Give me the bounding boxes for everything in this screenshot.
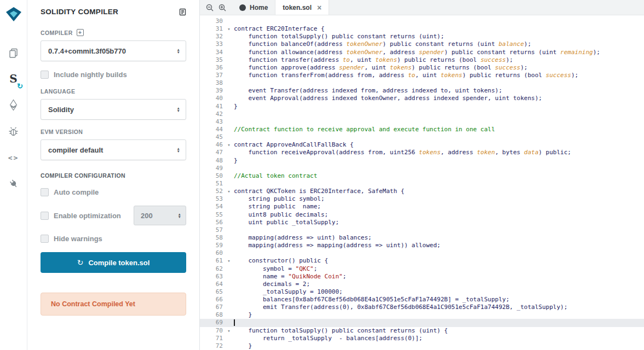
fold-gutter	[224, 118, 234, 126]
code-line-35[interactable]: 35 function transfer(address to, uint to…	[200, 56, 644, 64]
fold-arrow-icon[interactable]: ▾	[224, 327, 234, 335]
zoom-out-button[interactable]	[206, 4, 214, 11]
fold-arrow-icon[interactable]: ▾	[224, 141, 234, 149]
compiler-label: COMPILER +	[41, 29, 186, 36]
solidity-s-glyph: S	[9, 72, 17, 85]
code-line-62[interactable]: 62 symbol = "QKC";	[200, 265, 644, 273]
code-line-44[interactable]: 44//Contract function to receive approva…	[200, 126, 644, 133]
optimization-row: Enable optimization 200 ▲ ▼	[41, 206, 186, 225]
language-select[interactable]: Solidity ▲ ▼	[41, 99, 186, 120]
line-number: 72	[200, 342, 224, 350]
code-line-42[interactable]: 42	[200, 110, 644, 118]
optimization-runs-input[interactable]: 200 ▲ ▼	[134, 206, 186, 225]
code-line-33[interactable]: 33 function balanceOf(address tokenOwner…	[200, 40, 644, 48]
code-line-31[interactable]: 31▾contract ERC20Interface {	[200, 25, 644, 33]
hide-warnings-checkbox[interactable]	[41, 235, 49, 243]
code-line-47[interactable]: 47 function receiveApproval(address from…	[200, 149, 644, 156]
zoom-in-button[interactable]	[219, 4, 226, 11]
code-line-40[interactable]: 40 event Approval(address indexed tokenO…	[200, 95, 644, 102]
fold-arrow-icon[interactable]: ▾	[224, 25, 234, 33]
line-number: 38	[200, 79, 224, 87]
fold-gutter	[224, 304, 234, 311]
code-line-39[interactable]: 39 event Transfer(address indexed from, …	[200, 87, 644, 95]
remix-app: S ↻ <>	[0, 0, 644, 350]
compiler-version-select[interactable]: 0.7.4+commit.3f05b770 ▲ ▼	[41, 40, 186, 61]
code-line-61[interactable]: 61▾ constructor() public {	[200, 257, 644, 265]
code-line-55[interactable]: 55 uint8 public decimals;	[200, 211, 644, 219]
code-text	[234, 18, 644, 25]
code-line-52[interactable]: 52▾contract QKCToken is ERC20Interface, …	[200, 188, 644, 195]
code-line-58[interactable]: 58 mapping(address => uint) balances;	[200, 234, 644, 242]
code-line-53[interactable]: 53 string public symbol;	[200, 195, 644, 203]
code-line-34[interactable]: 34 function allowance(address tokenOwner…	[200, 49, 644, 56]
code-line-71[interactable]: 71 return _totalSupply - balances[addres…	[200, 335, 644, 342]
code-line-32[interactable]: 32 function totalSupply() public constan…	[200, 33, 644, 40]
enable-optimization-checkbox[interactable]	[41, 212, 49, 220]
auto-compile-checkbox[interactable]	[41, 188, 49, 196]
tab-token-sol[interactable]: token.sol ×	[275, 0, 329, 15]
fold-gutter	[224, 249, 234, 257]
code-line-41[interactable]: 41}	[200, 103, 644, 110]
stepper-down-icon[interactable]: ▼	[178, 215, 181, 219]
home-tab-icon	[239, 4, 246, 11]
code-line-59[interactable]: 59 mapping(address => mapping(address =>…	[200, 242, 644, 249]
code-line-65[interactable]: 65 _totalSupply = 100000;	[200, 288, 644, 296]
solidity-compiler-icon[interactable]: S ↻	[0, 66, 27, 92]
zoom-out-icon	[206, 4, 214, 11]
code-editor[interactable]: 3031▾contract ERC20Interface {32 functio…	[200, 15, 644, 350]
evm-version-select[interactable]: compiler default ▲ ▼	[41, 139, 186, 160]
nightly-builds-checkbox[interactable]	[41, 71, 49, 79]
fold-arrow-icon[interactable]: ▾	[224, 257, 234, 265]
deploy-and-run-icon[interactable]	[0, 92, 27, 118]
file-explorer-icon[interactable]	[0, 39, 27, 66]
tab-home[interactable]: Home	[232, 0, 275, 15]
code-line-72[interactable]: 72 }	[200, 342, 644, 350]
chevron-down-icon: ▼	[177, 150, 180, 153]
source-verifier-icon[interactable]: <>	[0, 144, 27, 171]
code-text: mapping(address => uint) balances;	[234, 234, 644, 242]
code-line-46[interactable]: 46▾contract ApproveAndCallFallBack {	[200, 141, 644, 149]
code-text: constructor() public {	[234, 257, 644, 265]
remix-logo[interactable]	[5, 7, 22, 24]
code-line-56[interactable]: 56 uint public _totalSupply;	[200, 219, 644, 226]
close-icon[interactable]: ×	[317, 3, 321, 12]
code-line-67[interactable]: 67 emit Transfer(address(0), 0x8abf67C8e…	[200, 304, 644, 311]
chevron-updown-icon: ▲ ▼	[177, 147, 180, 153]
code-line-66[interactable]: 66 balances[0x8abf67C8ef56db068E4a1C9051…	[200, 296, 644, 304]
number-stepper-icon[interactable]: ▲ ▼	[178, 213, 181, 219]
code-line-49[interactable]: 49	[200, 165, 644, 172]
code-line-45[interactable]: 45	[200, 133, 644, 141]
documentation-icon[interactable]	[179, 8, 186, 16]
token-sol-tab-label: token.sol	[283, 4, 312, 11]
code-line-43[interactable]: 43	[200, 118, 644, 126]
ethereum-icon	[9, 99, 18, 111]
code-line-37[interactable]: 37 function transferFrom(address from, a…	[200, 72, 644, 79]
code-text	[234, 165, 644, 172]
fold-gutter	[224, 126, 234, 133]
compile-button[interactable]: ↻ Compile token.sol	[41, 252, 186, 273]
code-line-51[interactable]: 51	[200, 180, 644, 188]
debugger-icon[interactable]	[0, 118, 27, 144]
code-line-36[interactable]: 36 function approve(address spender, uin…	[200, 64, 644, 72]
code-line-38[interactable]: 38	[200, 79, 644, 87]
code-line-48[interactable]: 48}	[200, 157, 644, 165]
code-line-68[interactable]: 68 }	[200, 311, 644, 319]
code-line-69[interactable]: 69	[200, 319, 644, 326]
code-line-64[interactable]: 64 decimals = 2;	[200, 281, 644, 288]
code-line-60[interactable]: 60	[200, 249, 644, 257]
fold-arrow-icon[interactable]: ▾	[224, 188, 234, 195]
fold-gutter	[224, 79, 234, 87]
code-line-30[interactable]: 30	[200, 18, 644, 25]
code-line-57[interactable]: 57	[200, 226, 644, 234]
code-line-70[interactable]: 70▾ function totalSupply() public consta…	[200, 327, 644, 335]
chevron-down-icon: ▼	[177, 51, 180, 54]
add-compiler-icon[interactable]: +	[77, 29, 84, 36]
plugin-manager-icon[interactable]	[0, 171, 27, 197]
fold-gutter	[224, 342, 234, 350]
code-line-54[interactable]: 54 string public name;	[200, 203, 644, 211]
line-number: 64	[200, 281, 224, 288]
code-line-50[interactable]: 50//Actual token contract	[200, 172, 644, 180]
code-line-63[interactable]: 63 name = "QuikNode Coin";	[200, 273, 644, 281]
solidity-compiler-panel: SOLIDITY COMPILER COMPILER + 0.7.4+commi…	[27, 0, 200, 350]
fold-gutter	[224, 103, 234, 110]
